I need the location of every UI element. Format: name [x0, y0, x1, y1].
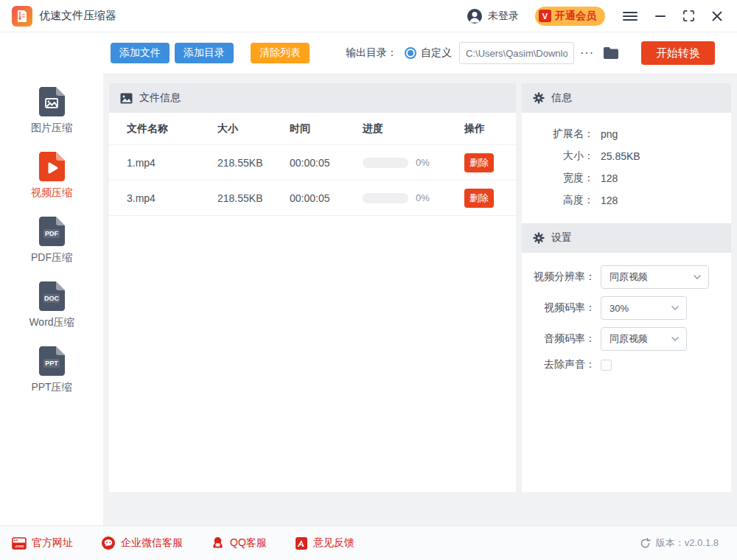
file-info-title: 文件信息 — [139, 91, 181, 105]
progress-percent: 0% — [416, 192, 430, 203]
file-size: 218.55KB — [217, 157, 290, 169]
chevron-down-icon — [671, 306, 679, 310]
official-website-link[interactable]: .com 官方网址 — [12, 536, 73, 550]
settings-title: 设置 — [551, 231, 572, 245]
table-row: 3.mp4 218.55KB 00:00:05 0% 删除 — [109, 181, 516, 216]
video-bitrate-select[interactable]: 30% — [601, 296, 687, 320]
add-file-button[interactable]: 添加文件 — [111, 43, 170, 63]
chevron-down-icon — [694, 275, 701, 279]
chevron-down-icon — [671, 337, 679, 341]
login-area[interactable]: 未登录 — [467, 8, 519, 24]
sidebar-item-image-compress[interactable]: 图片压缩 — [0, 87, 103, 135]
sidebar-item-video-compress[interactable]: 视频压缩 — [0, 152, 103, 200]
table-header: 文件名称 大小 时间 进度 操作 — [109, 113, 516, 145]
file-name: 1.mp4 — [127, 157, 217, 169]
user-icon — [467, 8, 483, 24]
open-vip-button[interactable]: V 开通会员 — [535, 7, 605, 26]
close-icon — [712, 11, 722, 21]
title-bar: 优速文件压缩器 未登录 V 开通会员 — [0, 0, 737, 32]
pdf-file-icon: PDF — [38, 217, 65, 246]
remove-audio-row: 去除声音： — [522, 358, 731, 371]
sidebar-item-word-compress[interactable]: DOC Word压缩 — [0, 281, 103, 329]
svg-text:.com: .com — [15, 544, 24, 548]
doc-file-icon: DOC — [38, 281, 65, 311]
ppt-file-icon: PPT — [38, 346, 65, 376]
website-icon: .com — [12, 537, 27, 550]
audio-bitrate-row: 音频码率： 同原视频 — [522, 327, 731, 351]
file-time: 00:00:05 — [290, 192, 363, 204]
refresh-icon — [640, 538, 651, 549]
app-window: 优速文件压缩器 未登录 V 开通会员 — [0, 0, 737, 560]
info-title: 信息 — [551, 91, 572, 105]
close-button[interactable] — [712, 11, 722, 21]
feedback-icon — [295, 536, 308, 550]
sidebar-item-ppt-compress[interactable]: PPT PPT压缩 — [0, 346, 103, 394]
qq-icon — [211, 536, 225, 550]
open-folder-button[interactable] — [603, 46, 619, 60]
start-convert-button[interactable]: 开始转换 — [641, 41, 715, 65]
wechat-support-link[interactable]: 企业微信客服 — [101, 536, 183, 550]
file-size: 218.55KB — [217, 192, 290, 204]
audio-bitrate-select[interactable]: 同原视频 — [601, 327, 687, 351]
file-time: 00:00:05 — [290, 157, 363, 169]
vip-icon: V — [539, 10, 551, 22]
video-file-icon — [38, 152, 65, 181]
custom-radio-label[interactable]: 自定义 — [421, 46, 452, 60]
feedback-link[interactable]: 意见反馈 — [295, 536, 354, 550]
content-area: 文件信息 文件名称 大小 时间 进度 操作 1.mp4 218.55KB 00:… — [103, 74, 737, 525]
custom-radio[interactable] — [405, 47, 416, 59]
video-bitrate-row: 视频码率： 30% — [522, 296, 731, 320]
login-status[interactable]: 未登录 — [488, 10, 519, 23]
gear-icon — [533, 92, 545, 104]
delete-button[interactable]: 删除 — [464, 153, 494, 172]
progress-cell: 0% — [363, 192, 464, 203]
svg-text:PPT: PPT — [45, 360, 58, 367]
info-header: 信息 — [522, 83, 731, 113]
progress-bar — [363, 193, 408, 203]
progress-bar — [363, 158, 408, 168]
sidebar: 图片压缩 视频压缩 PDF PDF压缩 DOC — [0, 32, 103, 525]
maximize-button[interactable] — [683, 10, 694, 21]
gear-icon — [533, 232, 545, 244]
app-logo-icon — [12, 6, 32, 27]
qq-support-link[interactable]: QQ客服 — [211, 536, 267, 550]
sidebar-item-pdf-compress[interactable]: PDF PDF压缩 — [0, 217, 103, 265]
toolbar: 添加文件 添加目录 清除列表 输出目录： 自定义 ··· 开始转换 — [103, 32, 737, 74]
folder-icon — [603, 46, 619, 60]
version-info: 版本：v2.0.1.8 — [640, 536, 719, 550]
file-info-header: 文件信息 — [109, 83, 516, 113]
output-path-input[interactable] — [459, 42, 574, 64]
info-field: 高度： 128 — [522, 189, 731, 211]
progress-cell: 0% — [363, 157, 464, 168]
right-panel: 信息 扩展名： png 大小： 25.85KB 宽度： 128 高度： 128 — [522, 83, 731, 492]
info-field: 扩展名： png — [522, 123, 731, 145]
file-info-panel: 文件信息 文件名称 大小 时间 进度 操作 1.mp4 218.55KB 00:… — [109, 83, 516, 492]
file-name: 3.mp4 — [127, 192, 217, 204]
svg-text:PDF: PDF — [45, 230, 59, 237]
add-directory-button[interactable]: 添加目录 — [175, 43, 234, 63]
video-resolution-select[interactable]: 同原视频 — [601, 265, 709, 289]
app-title: 优速文件压缩器 — [39, 9, 116, 23]
picture-icon — [120, 93, 133, 104]
video-resolution-row: 视频分辨率： 同原视频 — [522, 265, 731, 289]
maximize-icon — [683, 10, 694, 21]
remove-audio-checkbox[interactable] — [601, 360, 612, 371]
progress-percent: 0% — [416, 157, 430, 168]
svg-text:DOC: DOC — [44, 295, 60, 302]
settings-header: 设置 — [522, 223, 731, 253]
clear-list-button[interactable]: 清除列表 — [251, 43, 310, 63]
minimize-icon — [655, 11, 666, 21]
info-fields: 扩展名： png 大小： 25.85KB 宽度： 128 高度： 128 — [522, 113, 731, 223]
hamburger-icon — [623, 11, 638, 21]
info-field: 大小： 25.85KB — [522, 145, 731, 167]
menu-button[interactable] — [623, 11, 638, 21]
settings-fields: 视频分辨率： 同原视频 视频码率： 30% — [522, 253, 731, 371]
image-file-icon — [38, 87, 65, 116]
browse-more-button[interactable]: ··· — [580, 46, 594, 60]
delete-button[interactable]: 删除 — [464, 189, 494, 208]
wechat-icon — [101, 536, 116, 550]
version-label: 版本：v2.0.1.8 — [656, 536, 719, 550]
minimize-button[interactable] — [655, 11, 666, 21]
output-dir-label: 输出目录： — [346, 46, 397, 60]
footer-bar: .com 官方网址 企业微信客服 QQ客服 意见反 — [0, 525, 737, 560]
